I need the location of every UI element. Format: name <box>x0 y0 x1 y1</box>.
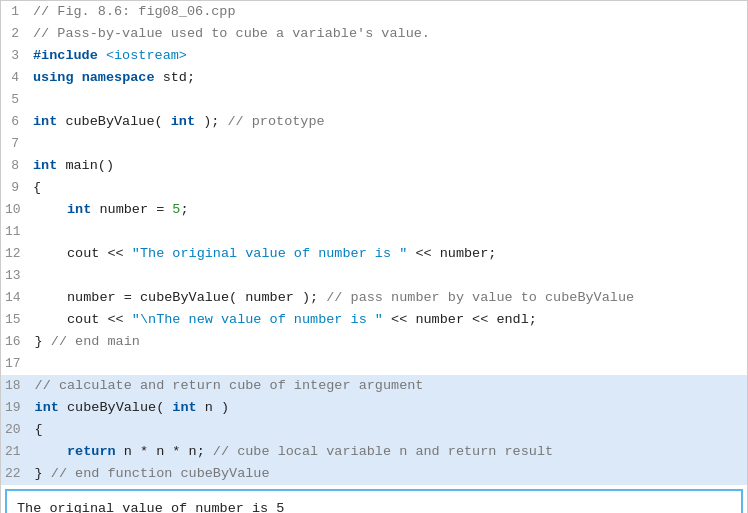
code-line: 12 cout << "The original value of number… <box>1 243 747 265</box>
code-line: 21 return n * n * n; // cube local varia… <box>1 441 747 463</box>
code-lines: 1// Fig. 8.6: fig08_06.cpp2// Pass-by-va… <box>1 1 747 485</box>
line-content <box>31 221 747 243</box>
code-line: 4using namespace std; <box>1 67 747 89</box>
output-line: The original value of number is 5 <box>17 499 731 513</box>
line-content: int main() <box>29 155 747 177</box>
line-content: } // end main <box>31 331 747 353</box>
code-line: 1// Fig. 8.6: fig08_06.cpp <box>1 1 747 23</box>
line-content: number = cubeByValue( number ); // pass … <box>31 287 747 309</box>
line-content: int cubeByValue( int ); // prototype <box>29 111 747 133</box>
line-number: 1 <box>1 1 29 23</box>
line-content: { <box>29 177 747 199</box>
code-line: 22} // end function cubeByValue <box>1 463 747 485</box>
line-number: 7 <box>1 133 29 155</box>
line-content: cout << "The original value of number is… <box>31 243 747 265</box>
code-line: 8int main() <box>1 155 747 177</box>
line-number: 17 <box>1 353 31 375</box>
line-number: 20 <box>1 419 31 441</box>
line-content: int number = 5; <box>31 199 747 221</box>
line-number: 10 <box>1 199 31 221</box>
line-content: #include <iostream> <box>29 45 747 67</box>
line-content: // calculate and return cube of integer … <box>31 375 747 397</box>
code-line: 6int cubeByValue( int ); // prototype <box>1 111 747 133</box>
line-content: using namespace std; <box>29 67 747 89</box>
line-content <box>31 265 747 287</box>
code-line: 19int cubeByValue( int n ) <box>1 397 747 419</box>
code-line: 7 <box>1 133 747 155</box>
line-content <box>29 133 747 155</box>
line-number: 6 <box>1 111 29 133</box>
code-line: 13 <box>1 265 747 287</box>
code-line: 15 cout << "\nThe new value of number is… <box>1 309 747 331</box>
line-number: 5 <box>1 89 29 111</box>
line-number: 13 <box>1 265 31 287</box>
line-content: return n * n * n; // cube local variable… <box>31 441 747 463</box>
line-content <box>31 353 747 375</box>
line-content: // Fig. 8.6: fig08_06.cpp <box>29 1 747 23</box>
line-content <box>29 89 747 111</box>
code-line: 10 int number = 5; <box>1 199 747 221</box>
line-number: 4 <box>1 67 29 89</box>
code-line: 3#include <iostream> <box>1 45 747 67</box>
code-line: 2// Pass-by-value used to cube a variabl… <box>1 23 747 45</box>
code-line: 18// calculate and return cube of intege… <box>1 375 747 397</box>
code-editor: 1// Fig. 8.6: fig08_06.cpp2// Pass-by-va… <box>0 0 748 513</box>
line-content: cout << "\nThe new value of number is " … <box>31 309 747 331</box>
line-number: 11 <box>1 221 31 243</box>
line-content: int cubeByValue( int n ) <box>31 397 747 419</box>
code-line: 17 <box>1 353 747 375</box>
code-line: 9{ <box>1 177 747 199</box>
output-area: The original value of number is 5The new… <box>5 489 743 513</box>
line-number: 14 <box>1 287 31 309</box>
line-number: 18 <box>1 375 31 397</box>
line-content: // Pass-by-value used to cube a variable… <box>29 23 747 45</box>
line-number: 15 <box>1 309 31 331</box>
line-content: { <box>31 419 747 441</box>
line-number: 2 <box>1 23 29 45</box>
code-line: 14 number = cubeByValue( number ); // pa… <box>1 287 747 309</box>
line-number: 19 <box>1 397 31 419</box>
line-number: 12 <box>1 243 31 265</box>
line-number: 3 <box>1 45 29 67</box>
line-number: 9 <box>1 177 29 199</box>
line-number: 22 <box>1 463 31 485</box>
line-content: } // end function cubeByValue <box>31 463 747 485</box>
line-number: 8 <box>1 155 29 177</box>
code-line: 16} // end main <box>1 331 747 353</box>
code-line: 5 <box>1 89 747 111</box>
code-line: 11 <box>1 221 747 243</box>
code-line: 20{ <box>1 419 747 441</box>
line-number: 21 <box>1 441 31 463</box>
line-number: 16 <box>1 331 31 353</box>
